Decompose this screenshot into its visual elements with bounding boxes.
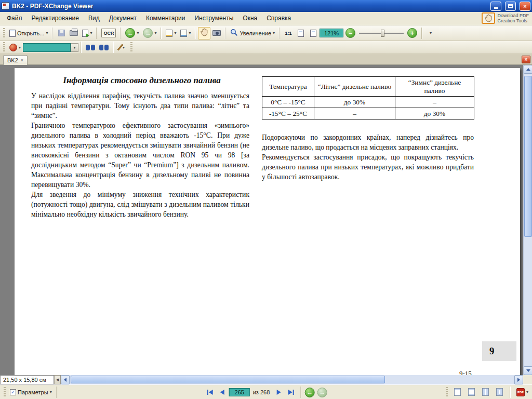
- export-button[interactable]: ▾: [80, 27, 94, 39]
- hand-tool-icon: [201, 28, 208, 38]
- horizontal-scrollbar[interactable]: [61, 375, 523, 384]
- maximize-icon: [508, 4, 513, 8]
- chevron-down-icon: ▾: [273, 31, 275, 35]
- table-cell: 0°С – -15°С: [262, 97, 314, 108]
- snapshot-button[interactable]: [210, 27, 223, 39]
- down-arrow-icon: [526, 369, 530, 372]
- previous-page-button[interactable]: [217, 387, 228, 397]
- find-button[interactable]: [84, 41, 97, 54]
- close-icon: ×: [523, 3, 526, 9]
- zoom-out-button[interactable]: −: [343, 27, 357, 39]
- right-column: Подорожуючи по закордонних країнах, напе…: [262, 132, 474, 182]
- chevron-down-icon: ▾: [19, 45, 21, 50]
- ocr-icon: OCR: [101, 29, 116, 37]
- search-documents-button[interactable]: [97, 41, 111, 54]
- zoom-slider-thumb[interactable]: [381, 30, 384, 37]
- hand-tool-button[interactable]: [198, 27, 210, 39]
- go-back-button[interactable]: ← ▾: [123, 27, 141, 39]
- toolbar-grip[interactable]: [3, 42, 5, 52]
- vertical-scrollbar-thumb[interactable]: [524, 76, 532, 237]
- last-page-button[interactable]: [285, 387, 297, 397]
- toolbar-grip[interactable]: [4, 387, 6, 397]
- table-cell: -15°С – 25°С: [262, 108, 314, 119]
- save-icon: [58, 30, 65, 36]
- pen-tool-button[interactable]: ▾: [116, 41, 128, 54]
- chevron-down-icon: ▾: [137, 31, 139, 35]
- chevron-down-icon: ▾: [74, 45, 76, 50]
- continuous-facing-button[interactable]: [494, 386, 506, 398]
- toolbar-grip[interactable]: [446, 387, 448, 397]
- menu-tools[interactable]: Инструменты: [190, 12, 238, 25]
- menu-document[interactable]: Документ: [104, 12, 141, 25]
- fit-width-button[interactable]: [295, 27, 307, 39]
- toolbar-grip[interactable]: [130, 42, 132, 52]
- zoom-in-button[interactable]: +: [405, 27, 419, 39]
- bar-icon: [293, 390, 294, 395]
- print-button[interactable]: [68, 27, 80, 39]
- stamp-seal-button[interactable]: ▾: [7, 41, 23, 54]
- view-forward-button[interactable]: →: [316, 387, 328, 397]
- minimize-button[interactable]: [490, 2, 501, 11]
- next-page-button[interactable]: [273, 387, 284, 397]
- continuous-page-button[interactable]: [466, 386, 478, 398]
- tab-bk2[interactable]: BK2 ×: [3, 55, 28, 65]
- actual-size-button[interactable]: 1:1: [282, 27, 295, 39]
- view-back-button[interactable]: ←: [304, 387, 315, 397]
- go-forward-button[interactable]: → ▾: [141, 27, 158, 39]
- col-header: “Літнє” дизельне паливо: [314, 77, 395, 97]
- scroll-up-button[interactable]: [524, 65, 532, 74]
- menu-comments[interactable]: Комментарии: [141, 12, 190, 25]
- document-viewport[interactable]: Інформація стосовно дизельного палива У …: [0, 65, 523, 375]
- zoom-tool-button[interactable]: Увеличение ▾: [228, 27, 277, 39]
- paragraph: Рекомендується застосування присадок, що…: [262, 152, 474, 182]
- ocr-button[interactable]: OCR: [99, 27, 118, 39]
- menu-view[interactable]: Вид: [84, 12, 104, 25]
- options-button[interactable]: ✓ Параметры ▾: [8, 386, 54, 398]
- menu-help[interactable]: Справка: [262, 12, 296, 25]
- search-combobox-arrow[interactable]: ▾: [71, 43, 78, 52]
- horizontal-scroll-row: 21,50 x 15,80 см ◀: [0, 375, 532, 384]
- menu-windows[interactable]: Окна: [238, 12, 262, 25]
- camera-icon: [212, 30, 221, 36]
- first-page-button[interactable]: [204, 387, 216, 397]
- pdf-page: Інформація стосовно дизельного палива У …: [15, 68, 520, 375]
- menu-edit[interactable]: Редактирование: [27, 12, 84, 25]
- comment-tool-button[interactable]: ▾: [178, 27, 193, 39]
- document-tab-bar: BK2 × ×: [0, 54, 532, 65]
- stamp-tool-button[interactable]: ▾: [164, 27, 178, 39]
- hand-cursor-icon: [482, 12, 495, 24]
- previous-page-icon: [220, 390, 224, 395]
- save-button[interactable]: [55, 27, 68, 39]
- scroll-left-button[interactable]: [61, 375, 70, 384]
- pdf-icon: PDF: [516, 388, 525, 396]
- toolbar-separator: [279, 28, 280, 39]
- col-header: Температура: [262, 77, 314, 97]
- open-in-pdf-button[interactable]: PDF ▾: [514, 386, 530, 398]
- maximize-button[interactable]: [505, 2, 516, 11]
- vertical-scrollbar[interactable]: [523, 65, 532, 375]
- more-tools-button[interactable]: ▾: [424, 27, 437, 39]
- zoom-level-box[interactable]: 121%: [320, 29, 343, 37]
- splitter-button[interactable]: ◀: [54, 375, 61, 384]
- scroll-down-button[interactable]: [524, 366, 532, 375]
- toolbar-separator: [225, 28, 226, 39]
- single-page-button[interactable]: [451, 386, 464, 398]
- download-pdf-tools-button[interactable]: Download PDF Creation Tools: [482, 12, 529, 24]
- fit-page-button[interactable]: [307, 27, 320, 39]
- paragraph: У наслідок відділення парафіну, текучіст…: [31, 91, 249, 121]
- close-document-button[interactable]: ×: [522, 56, 530, 63]
- secondary-toolbar: ▾ ▾ ▾: [0, 41, 532, 54]
- checkbox-icon: ✓: [10, 389, 16, 395]
- toolbar-grip[interactable]: [3, 28, 5, 38]
- horizontal-scrollbar-thumb[interactable]: [71, 376, 385, 383]
- zoom-slider[interactable]: [359, 29, 404, 38]
- open-button[interactable]: Открыть... ▾: [7, 27, 50, 39]
- close-button[interactable]: ×: [520, 2, 530, 11]
- minimize-icon: [494, 7, 498, 9]
- tab-close-icon[interactable]: ×: [21, 58, 23, 63]
- menu-file[interactable]: Файл: [2, 12, 27, 25]
- facing-pages-button[interactable]: [480, 386, 492, 398]
- scroll-right-button[interactable]: [514, 375, 523, 384]
- search-combobox[interactable]: [23, 43, 71, 52]
- current-page-input[interactable]: 265: [229, 388, 250, 396]
